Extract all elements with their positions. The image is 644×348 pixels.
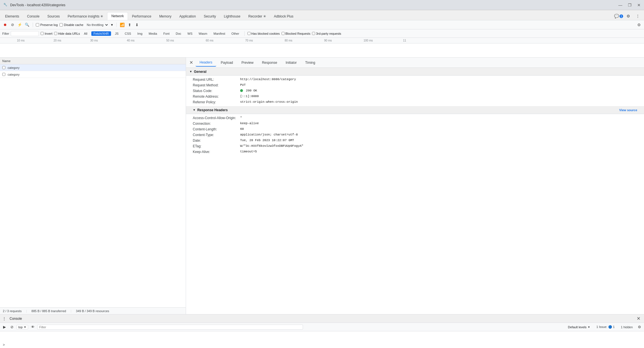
default-levels-selector[interactable]: Default levels ▼ <box>568 325 590 329</box>
tab-network[interactable]: Network <box>107 12 128 20</box>
main-content: Name category category 2 / 3 requests | … <box>0 58 644 314</box>
invert-checkbox[interactable]: Invert <box>41 32 52 35</box>
detail-tab-payload[interactable]: Payload <box>217 59 237 66</box>
filter-input[interactable] <box>11 31 39 36</box>
filter-fetch-xhr[interactable]: Fetch/XHR <box>91 31 111 36</box>
filter-css[interactable]: CSS <box>123 31 134 36</box>
detail-tab-response[interactable]: Response <box>258 59 281 66</box>
context-selector[interactable]: top ▼ <box>16 325 28 329</box>
console-panel: ⋮ Console ✕ ▶ ⊘ top ▼ 👁 Default levels ▼… <box>0 314 644 348</box>
request-url-row: Request URL: http://localhost:8080/categ… <box>186 77 644 82</box>
detail-tab-headers[interactable]: Headers <box>196 59 216 67</box>
wifi-icon-button[interactable]: 📶 <box>119 22 125 28</box>
has-blocked-cookies-checkbox[interactable]: Has blocked cookies <box>247 32 280 35</box>
tab-application[interactable]: Application <box>175 13 200 20</box>
download-icon-button[interactable]: ⬇ <box>134 22 140 28</box>
tab-security[interactable]: Security <box>200 13 220 20</box>
tab-console[interactable]: Console <box>23 13 43 20</box>
upload-icon-button[interactable]: ⬆ <box>127 22 132 28</box>
resources-size: 349 B / 349 B resources <box>76 309 109 313</box>
preserve-log-input[interactable] <box>36 23 39 27</box>
minimize-button[interactable]: — <box>618 3 622 7</box>
search-button[interactable]: 🔍 <box>24 22 30 28</box>
row-checkbox-1[interactable] <box>2 66 5 69</box>
tab-adblock[interactable]: Adblock Plus <box>270 13 297 20</box>
prompt-symbol: > <box>3 343 5 347</box>
console-settings-button[interactable]: ⚙ <box>637 324 642 330</box>
row-checkbox-2[interactable] <box>2 73 5 76</box>
status-code-key: Status Code: <box>193 89 238 93</box>
tick-110ms: 11 <box>403 39 406 42</box>
console-menu-icon[interactable]: ⋮ <box>2 316 6 321</box>
tab-elements[interactable]: Elements <box>1 13 23 20</box>
detail-content[interactable]: ▼ General Request URL: http://localhost:… <box>186 68 644 314</box>
general-section-header[interactable]: ▼ General <box>186 68 644 76</box>
console-header: ⋮ Console ✕ <box>0 314 644 323</box>
settings-icon-button[interactable]: ⚙ <box>624 12 632 20</box>
filter-doc[interactable]: Doc <box>173 31 183 36</box>
disable-cache-checkbox[interactable]: Disable cache <box>59 23 83 27</box>
request-rows[interactable]: category category <box>0 64 186 307</box>
status-dot-icon <box>240 89 243 92</box>
console-close-button[interactable]: ✕ <box>635 315 642 322</box>
view-source-link[interactable]: View source <box>619 108 637 112</box>
tab-memory[interactable]: Memory <box>155 13 175 20</box>
filter-sep <box>244 31 245 36</box>
general-section-body: Request URL: http://localhost:8080/categ… <box>186 76 644 106</box>
clear-button[interactable]: ⊘ <box>10 22 15 28</box>
detail-close-button[interactable]: ✕ <box>187 59 195 67</box>
console-filter-input[interactable] <box>37 325 303 330</box>
tick-50ms: 50 ms <box>166 39 174 42</box>
filter-manifest[interactable]: Manifest <box>211 31 228 36</box>
preserve-log-checkbox[interactable]: Preserve log <box>36 23 58 27</box>
content-length-key: Content-Length: <box>193 127 238 131</box>
blocked-requests-checkbox[interactable]: Blocked Requests <box>282 32 311 35</box>
timeline: 10 ms 20 ms 30 ms 40 ms 50 ms 60 ms 70 m… <box>0 38 644 58</box>
record-button[interactable]: ⏺ <box>2 22 8 28</box>
console-body: > <box>0 331 644 348</box>
network-settings-button[interactable]: ⚙ <box>636 22 642 28</box>
tab-performance-insights[interactable]: Performance insights ✳ <box>64 13 107 20</box>
console-run-button[interactable]: ▶ <box>2 324 7 330</box>
tab-lighthouse[interactable]: Lighthouse <box>220 13 244 20</box>
top-label: top <box>18 325 23 329</box>
context-arrow-icon: ▼ <box>24 326 26 329</box>
tab-recorder[interactable]: Recorder ✳ <box>244 13 270 20</box>
etag-value: W/"3c-HXXf6kovIzw3foxDBFUUp9FogyA" <box>240 144 303 148</box>
filter-icon-button[interactable]: ⚡ <box>17 22 23 28</box>
console-no-icon-button[interactable]: ⊘ <box>9 324 15 330</box>
issue-badge: 1 Issue: 🔵 1 <box>596 325 615 329</box>
filter-img[interactable]: Img <box>135 31 145 36</box>
timeline-ruler: 10 ms 20 ms 30 ms 40 ms 50 ms 60 ms 70 m… <box>0 38 644 43</box>
filter-font[interactable]: Font <box>161 31 172 36</box>
response-headers-section-header[interactable]: ▼ Response Headers View source <box>186 106 644 114</box>
filter-media[interactable]: Media <box>146 31 159 36</box>
tab-performance[interactable]: Performance <box>128 13 155 20</box>
detail-tab-preview[interactable]: Preview <box>238 59 258 66</box>
filter-all[interactable]: All <box>82 31 90 36</box>
filter-js[interactable]: JS <box>113 31 121 36</box>
detail-tab-initiator[interactable]: Initiator <box>282 59 300 66</box>
more-options-button[interactable]: ⋮ <box>634 12 642 20</box>
throttle-select[interactable]: No throttling Fast 3G Slow 3G <box>85 23 109 27</box>
detail-tab-timing[interactable]: Timing <box>301 59 319 66</box>
filter-other[interactable]: Other <box>229 31 242 36</box>
tick-90ms: 90 ms <box>324 39 332 42</box>
eye-button[interactable]: 👁 <box>30 324 36 330</box>
tab-sources[interactable]: Sources <box>43 13 64 20</box>
hide-data-urls-checkbox[interactable]: Hide data URLs <box>54 32 80 35</box>
third-party-checkbox[interactable]: 3rd-party requests <box>312 32 341 35</box>
request-row[interactable]: category <box>0 71 186 78</box>
referrer-policy-row: Referrer Policy: strict-origin-when-cros… <box>186 99 644 105</box>
request-row[interactable]: category <box>0 64 186 71</box>
remote-address-row: Remote Address: [::1]:8080 <box>186 94 644 99</box>
request-method-key: Request Method: <box>193 83 238 87</box>
filter-ws[interactable]: WS <box>185 31 195 36</box>
restore-button[interactable]: ❐ <box>628 3 632 7</box>
filter-wasm[interactable]: Wasm <box>196 31 210 36</box>
disable-cache-input[interactable] <box>59 23 63 27</box>
connection-value: keep-alive <box>240 122 259 125</box>
close-window-button[interactable]: ✕ <box>637 3 641 7</box>
response-headers-body: Access-Control-Allow-Origin: * Connectio… <box>186 114 644 156</box>
chat-button[interactable]: 💬 1 <box>615 12 623 20</box>
